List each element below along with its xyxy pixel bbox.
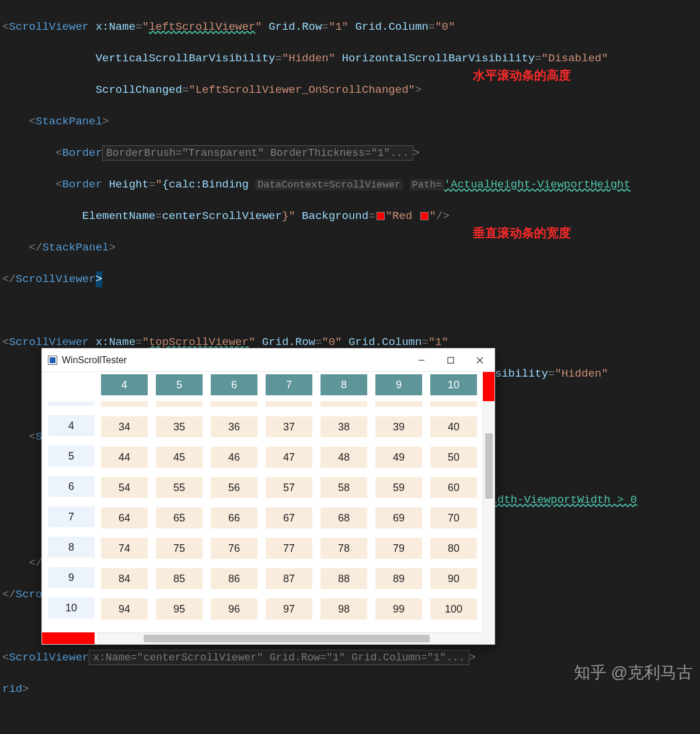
data-cell: 39 (375, 416, 422, 437)
data-cell: 90 (430, 568, 477, 589)
horizontal-scrollbar[interactable] (97, 632, 483, 644)
column-header: 5 (156, 374, 203, 395)
data-cell: 75 (156, 538, 203, 559)
red-width-indicator (483, 372, 494, 401)
arrow-annotations-icon (0, 716, 700, 734)
data-cell: 94 (101, 599, 148, 620)
data-cell: 68 (321, 507, 367, 528)
data-cell: 70 (430, 507, 477, 528)
data-grid[interactable]: 3435363738394044454647484950545556575859… (97, 401, 483, 632)
data-cell (375, 401, 422, 407)
row-header: 9 (48, 567, 95, 588)
table-row: 64656667686970 (97, 503, 483, 533)
data-cell (211, 401, 257, 407)
collapsed-region[interactable]: x:Name="centerScrollViewer" Grid.Row="1"… (89, 650, 469, 665)
data-cell: 57 (266, 477, 312, 498)
data-cell (101, 401, 148, 407)
maximize-button[interactable] (436, 349, 465, 372)
watermark: 知乎 @克利马古 (574, 662, 693, 684)
data-cell: 50 (430, 447, 477, 468)
row-header: 7 (48, 506, 95, 527)
data-cell: 96 (211, 599, 257, 620)
data-cell: 56 (211, 477, 257, 498)
row-header: 5 (48, 446, 95, 467)
data-cell: 34 (101, 416, 148, 437)
scrollbar-thumb[interactable] (144, 635, 430, 642)
scroll-corner (483, 632, 494, 644)
data-cell: 69 (375, 507, 422, 528)
data-cell: 44 (101, 447, 148, 468)
data-cell: 80 (430, 538, 477, 559)
data-cell: 98 (321, 599, 367, 620)
data-cell (430, 401, 477, 407)
data-cell: 65 (156, 507, 203, 528)
row-header: 4 (48, 415, 95, 436)
data-cell: 66 (211, 507, 257, 528)
data-cell: 89 (375, 568, 422, 589)
column-header: 8 (321, 374, 367, 395)
data-cell (156, 401, 203, 407)
row-header: 8 (48, 537, 95, 558)
data-cell: 76 (211, 538, 257, 559)
data-cell: 100 (430, 599, 477, 620)
data-cell: 64 (101, 507, 148, 528)
data-cell: 55 (156, 477, 203, 498)
column-header: 4 (101, 374, 148, 395)
data-cell: 46 (211, 447, 257, 468)
data-cell: 97 (266, 599, 312, 620)
svg-rect-2 (448, 357, 454, 363)
data-cell: 78 (321, 538, 367, 559)
scrollbar-thumb[interactable] (485, 433, 493, 499)
data-cell: 86 (211, 568, 257, 589)
titlebar[interactable]: WinScrollTester (42, 349, 494, 372)
data-cell: 38 (321, 416, 367, 437)
data-cell: 36 (211, 416, 257, 437)
data-cell: 35 (156, 416, 203, 437)
close-button[interactable] (465, 349, 494, 372)
data-cell: 85 (156, 568, 203, 589)
table-row: 54555657585960 (97, 472, 483, 503)
table-row: 44454647484950 (97, 442, 483, 472)
data-cell: 77 (266, 538, 312, 559)
column-header: 6 (211, 374, 257, 395)
data-cell (266, 401, 312, 407)
data-cell: 58 (321, 477, 367, 498)
row-header: 10 (48, 597, 95, 618)
window-title: WinScrollTester (62, 355, 407, 366)
table-row: 74757677787980 (97, 533, 483, 563)
tag-scrollviewer: ScrollViewer (9, 20, 89, 33)
data-cell: 84 (101, 568, 148, 589)
left-header-column: 45678910 (42, 401, 95, 632)
table-row: 949596979899100 (97, 594, 483, 624)
data-cell: 99 (375, 599, 422, 620)
data-cell: 48 (321, 447, 367, 468)
data-cell: 47 (266, 447, 312, 468)
data-cell: 59 (375, 477, 422, 498)
vertical-scrollbar[interactable] (483, 401, 494, 632)
data-cell (321, 401, 367, 407)
data-cell: 87 (266, 568, 312, 589)
color-swatch-icon (420, 212, 429, 220)
column-header: 7 (266, 374, 312, 395)
tag-stackpanel: StackPanel (36, 115, 102, 128)
table-row: 84858687888990 (97, 563, 483, 594)
data-cell: 79 (375, 538, 422, 559)
color-swatch-icon (377, 212, 385, 220)
data-cell: 74 (101, 538, 148, 559)
annotation-vertical: 垂直滚动条的宽度 (473, 225, 571, 241)
row-header: 6 (48, 476, 95, 497)
app-icon (48, 356, 57, 365)
red-height-indicator (42, 632, 95, 644)
data-cell: 40 (430, 416, 477, 437)
collapsed-region[interactable]: BorderBrush="Transparent" BorderThicknes… (102, 145, 413, 161)
data-cell: 37 (266, 416, 312, 437)
app-body: 45678910 45678910 3435363738394044454647… (42, 372, 494, 644)
annotation-horizontal: 水平滚动条的高度 (473, 67, 571, 84)
data-cell: 54 (101, 477, 148, 498)
row-header (48, 401, 95, 406)
minimize-button[interactable] (407, 349, 436, 372)
data-cell: 67 (266, 507, 312, 528)
table-row: 34353637383940 (97, 412, 483, 442)
top-header-row: 45678910 (97, 372, 483, 401)
data-cell: 95 (156, 599, 203, 620)
